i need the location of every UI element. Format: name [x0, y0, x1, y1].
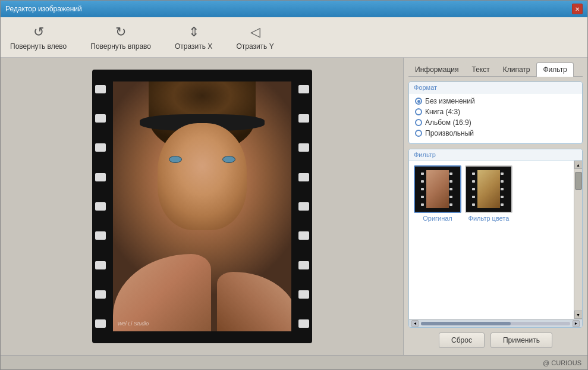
thumb-film-strip-2	[466, 167, 511, 212]
filter-color[interactable]: Фильтр цвета	[465, 165, 512, 314]
rotate-right-label: Повернуть вправо	[90, 42, 151, 51]
tab-text[interactable]: Текст	[465, 62, 496, 76]
format-option-1[interactable]: Без изменений	[415, 97, 576, 105]
title-bar: Редактор изображений ✕	[1, 1, 587, 17]
film-hole	[298, 114, 309, 123]
scroll-up-arrow[interactable]: ▲	[574, 161, 583, 169]
rotate-right-icon: ↻	[115, 24, 126, 40]
close-button[interactable]: ✕	[572, 4, 583, 14]
film-hole	[95, 85, 106, 93]
film-holes-right	[295, 70, 312, 343]
film-strip: Wei Li Studio	[92, 70, 312, 343]
radio-checked-icon	[415, 98, 422, 105]
film-hole	[298, 85, 309, 93]
portrait-face	[158, 123, 247, 230]
h-scroll-thumb[interactable]	[421, 322, 511, 325]
eye-right	[222, 156, 235, 163]
film-hole	[95, 114, 106, 123]
main-image: Wei Li Studio	[113, 81, 291, 331]
filter-scrollbar: ▲ ▼	[574, 161, 582, 319]
film-hole	[95, 261, 106, 269]
status-text: @ CURIOUS	[543, 359, 581, 366]
film-hole	[95, 202, 106, 211]
filter-original-preview	[414, 165, 461, 213]
watermark: Wei Li Studio	[118, 321, 149, 327]
format-option-3[interactable]: Альбом (16:9)	[415, 118, 576, 127]
tabs-row: Информация Текст Клипатр Фильтр	[408, 62, 583, 77]
filter-color-preview	[465, 165, 512, 213]
scroll-track	[574, 169, 583, 311]
content-area: Wei Li Studio Информация	[1, 58, 587, 355]
format-options: Без изменений Книга (4:3) Альбом (16:9) …	[409, 93, 582, 143]
format-option-4[interactable]: Произвольный	[415, 129, 576, 137]
film-hole	[298, 202, 309, 211]
flip-x-icon: ⇕	[188, 24, 199, 40]
format-option-2[interactable]: Книга (4:3)	[415, 108, 576, 116]
main-window: Редактор изображений ✕ ↺ Повернуть влево…	[0, 0, 588, 370]
filter-grid: Оригинал	[409, 161, 574, 319]
flip-y-button[interactable]: ◁ Отразить Y	[236, 24, 273, 51]
film-hole	[298, 143, 309, 152]
rotate-left-label: Повернуть влево	[10, 42, 67, 51]
rotate-left-button[interactable]: ↺ Повернуть влево	[10, 24, 67, 51]
format-option-1-label: Без изменений	[425, 97, 475, 105]
thumb-film-strip	[415, 167, 460, 212]
filter-section: Фильтр	[408, 149, 583, 328]
film-hole	[95, 319, 106, 328]
format-legend: Формат	[409, 82, 582, 93]
film-hole	[298, 173, 309, 181]
film-hole	[298, 290, 309, 299]
film-hole	[95, 231, 106, 240]
format-option-4-label: Произвольный	[425, 129, 474, 137]
flip-y-label: Отразить Y	[236, 42, 273, 51]
toolbar: ↺ Повернуть влево ↻ Повернуть вправо ⇕ О…	[1, 17, 587, 58]
right-panel: Информация Текст Клипатр Фильтр Формат Б…	[403, 58, 587, 355]
eye-left	[169, 156, 182, 163]
format-option-2-label: Книга (4:3)	[425, 108, 460, 116]
radio-unchecked-icon	[415, 130, 422, 137]
rotate-right-button[interactable]: ↻ Повернуть вправо	[90, 24, 151, 51]
filter-legend: Фильтр	[409, 149, 582, 161]
portrait-eyes	[163, 156, 241, 168]
film-holes-left	[92, 70, 109, 343]
film-hole	[95, 290, 106, 299]
scroll-right-arrow[interactable]: ►	[573, 320, 580, 327]
filter-original[interactable]: Оригинал	[414, 165, 461, 314]
window-title: Редактор изображений	[5, 5, 82, 13]
rotate-left-icon: ↺	[33, 24, 44, 40]
filter-original-label: Оригинал	[423, 215, 452, 222]
filter-color-label: Фильтр цвета	[468, 215, 510, 222]
film-hole	[95, 173, 106, 181]
h-scroll-track	[421, 322, 570, 325]
action-row: Сброс Применить	[408, 328, 583, 350]
status-bar: @ CURIOUS	[1, 355, 587, 369]
scroll-thumb[interactable]	[575, 172, 582, 190]
flip-x-button[interactable]: ⇕ Отразить X	[175, 24, 212, 51]
film-hole	[298, 319, 309, 328]
horizontal-scrollbar: ◄ ►	[409, 319, 582, 327]
filter-grid-wrapper: Оригинал	[409, 161, 582, 319]
tab-info[interactable]: Информация	[408, 62, 465, 76]
flip-x-label: Отразить X	[175, 42, 212, 51]
scroll-down-arrow[interactable]: ▼	[574, 311, 583, 319]
image-panel: Wei Li Studio	[1, 58, 403, 355]
flip-y-icon: ◁	[250, 24, 260, 40]
film-hole	[95, 143, 106, 152]
tab-filter[interactable]: Фильтр	[536, 62, 573, 77]
format-option-3-label: Альбом (16:9)	[425, 118, 471, 127]
radio-unchecked-icon	[415, 119, 422, 126]
scroll-left-arrow[interactable]: ◄	[411, 320, 419, 327]
film-hole	[298, 261, 309, 269]
apply-button[interactable]: Применить	[490, 333, 552, 348]
radio-unchecked-icon	[415, 108, 422, 115]
film-hole	[298, 231, 309, 240]
tab-clipboard[interactable]: Клипатр	[496, 62, 537, 76]
format-section: Формат Без изменений Книга (4:3) Альбом …	[408, 81, 583, 144]
reset-button[interactable]: Сброс	[439, 333, 485, 348]
